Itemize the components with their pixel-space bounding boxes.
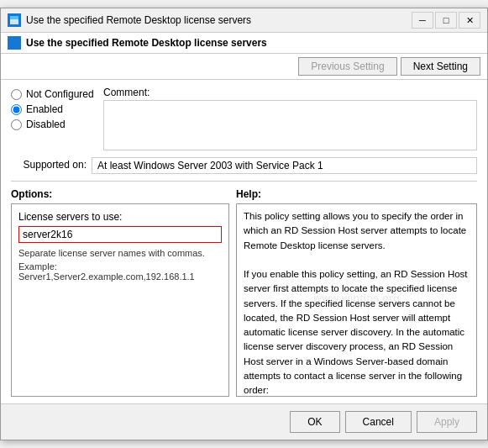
options-help: Options: License servers to use: Separat…: [11, 188, 477, 397]
maximize-button[interactable]: □: [435, 12, 457, 29]
radio-enabled-label: Enabled: [26, 103, 63, 115]
title-bar-controls: ─ □ ✕: [412, 12, 480, 29]
comment-label: Comment:: [103, 87, 477, 98]
window-title: Use the specified Remote Desktop license…: [26, 14, 251, 26]
main-content: Not Configured Enabled Disabled Comment:…: [1, 80, 487, 403]
radio-group: Not Configured Enabled Disabled: [11, 87, 103, 130]
help-panel: Help: www.wintips.org This policy settin…: [236, 188, 477, 397]
ok-button[interactable]: OK: [290, 411, 339, 433]
bottom-bar: OK Cancel Apply: [1, 403, 487, 440]
divider: [11, 181, 477, 182]
subtitle-icon: [8, 36, 21, 50]
license-servers-input[interactable]: [18, 226, 222, 243]
help-box[interactable]: www.wintips.org This policy setting allo…: [236, 203, 477, 397]
subtitle-text: Use the specified Remote Desktop license…: [26, 37, 267, 49]
title-bar-left: Use the specified Remote Desktop license…: [8, 13, 251, 27]
radio-enabled[interactable]: Enabled: [11, 103, 103, 115]
toolbar: Previous Setting Next Setting: [1, 54, 487, 80]
svg-rect-1: [10, 16, 18, 19]
supported-row: Supported on: At least Windows Server 20…: [11, 157, 477, 174]
main-window: Use the specified Remote Desktop license…: [0, 8, 488, 440]
radio-not-configured-label: Not Configured: [26, 88, 94, 100]
previous-setting-button[interactable]: Previous Setting: [298, 57, 396, 76]
help-label: Help:: [236, 188, 477, 200]
top-section: Not Configured Enabled Disabled Comment:: [11, 87, 477, 150]
options-box: License servers to use: Separate license…: [11, 203, 229, 397]
options-label: Options:: [11, 188, 229, 200]
close-button[interactable]: ✕: [459, 12, 480, 29]
radio-disabled[interactable]: Disabled: [11, 119, 103, 130]
license-servers-example: Example: Server1,Server2.example.com,192…: [18, 261, 222, 282]
help-text: This policy setting allows you to specif…: [244, 209, 470, 397]
comment-textarea[interactable]: [103, 100, 477, 150]
minimize-button[interactable]: ─: [412, 12, 433, 29]
apply-button[interactable]: Apply: [417, 411, 477, 433]
cancel-button[interactable]: Cancel: [345, 411, 412, 433]
title-bar: Use the specified Remote Desktop license…: [1, 8, 487, 33]
comment-section: Comment:: [103, 87, 477, 150]
supported-value: At least Windows Server 2003 with Servic…: [92, 157, 477, 174]
subtitle-bar: Use the specified Remote Desktop license…: [1, 33, 487, 54]
radio-disabled-input[interactable]: [11, 119, 22, 130]
options-panel: Options: License servers to use: Separat…: [11, 188, 229, 397]
supported-label: Supported on:: [11, 157, 87, 171]
radio-disabled-label: Disabled: [26, 119, 66, 130]
license-servers-label: License servers to use:: [18, 211, 222, 223]
radio-not-configured[interactable]: Not Configured: [11, 88, 103, 100]
radio-not-configured-input[interactable]: [11, 89, 22, 100]
window-icon: [8, 13, 21, 27]
radio-enabled-input[interactable]: [11, 104, 22, 115]
next-setting-button[interactable]: Next Setting: [401, 57, 480, 76]
license-servers-hint: Separate license server names with comma…: [18, 248, 222, 258]
